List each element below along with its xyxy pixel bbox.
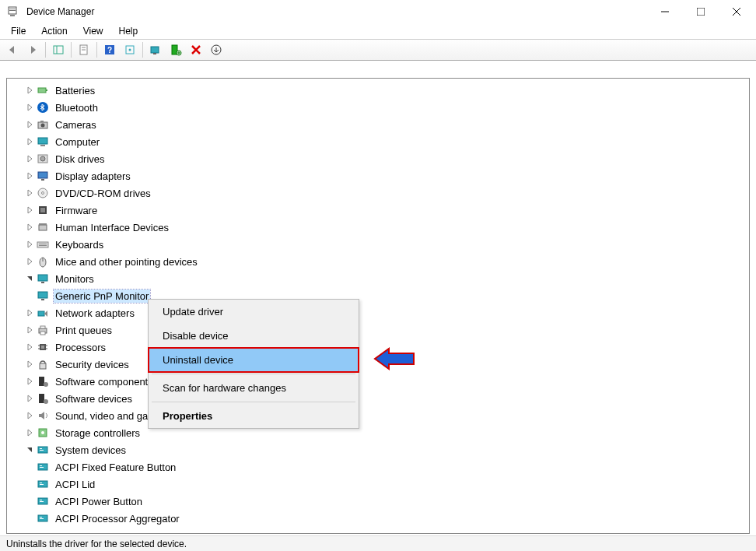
content-area: BatteriesBluetoothCamerasComputerDisk dr… bbox=[6, 78, 750, 534]
svg-rect-57 bbox=[41, 346, 44, 349]
tree-node[interactable]: Keyboards bbox=[9, 236, 747, 253]
tree-node[interactable]: System devices bbox=[9, 441, 747, 458]
expander-open-icon[interactable] bbox=[24, 444, 35, 455]
context-menu-item[interactable]: Uninstall device bbox=[149, 348, 359, 372]
svg-rect-25 bbox=[46, 89, 47, 91]
properties-button[interactable] bbox=[75, 40, 93, 59]
svg-point-64 bbox=[44, 382, 48, 387]
tree-node[interactable]: Software components bbox=[9, 373, 747, 390]
tree-node-label: Human Interface Devices bbox=[54, 221, 170, 234]
menu-action[interactable]: Action bbox=[35, 24, 73, 38]
minimize-button[interactable] bbox=[647, 0, 683, 23]
expander-closed-icon[interactable] bbox=[24, 376, 35, 387]
scan-hardware-button[interactable] bbox=[146, 40, 165, 59]
context-menu-item[interactable]: Disable device bbox=[149, 324, 359, 348]
tree-node[interactable]: ACPI Lid bbox=[9, 476, 747, 493]
show-hide-console-button[interactable] bbox=[49, 40, 68, 59]
tree-node[interactable]: DVD/CD-ROM drives bbox=[9, 184, 747, 202]
tree-node[interactable]: Human Interface Devices bbox=[9, 219, 747, 236]
svg-rect-76 bbox=[40, 483, 42, 483]
expander-closed-icon[interactable] bbox=[24, 239, 35, 250]
svg-rect-39 bbox=[40, 208, 45, 212]
disk-icon bbox=[37, 153, 49, 165]
close-button[interactable] bbox=[719, 0, 754, 23]
uninstall-button[interactable] bbox=[187, 40, 205, 59]
expander-closed-icon[interactable] bbox=[24, 410, 35, 421]
expander-closed-icon[interactable] bbox=[24, 342, 35, 353]
tree-node[interactable]: Computer bbox=[9, 133, 747, 150]
system-icon bbox=[37, 495, 49, 507]
svg-rect-8 bbox=[54, 46, 63, 54]
svg-rect-79 bbox=[40, 500, 42, 500]
svg-rect-45 bbox=[39, 245, 47, 246]
expander-closed-icon[interactable] bbox=[24, 153, 35, 164]
expander-closed-icon[interactable] bbox=[24, 307, 35, 318]
tree-node[interactable]: Disk drives bbox=[9, 150, 747, 167]
expander-closed-icon[interactable] bbox=[24, 102, 35, 113]
expander-closed-icon[interactable] bbox=[24, 188, 35, 198]
expander-closed-icon[interactable] bbox=[24, 85, 35, 96]
tree-node[interactable]: Display adapters bbox=[9, 167, 747, 184]
tree-node[interactable]: Software devices bbox=[9, 390, 747, 407]
expander-closed-icon[interactable] bbox=[24, 222, 35, 233]
expander-open-icon[interactable] bbox=[24, 273, 35, 284]
maximize-button[interactable] bbox=[683, 0, 719, 23]
bluetooth-icon bbox=[37, 101, 49, 114]
device-tree[interactable]: BatteriesBluetoothCamerasComputerDisk dr… bbox=[7, 79, 749, 533]
menu-file[interactable]: File bbox=[5, 24, 32, 38]
tree-node-label: Monitors bbox=[54, 272, 96, 286]
expander-closed-icon[interactable] bbox=[24, 170, 35, 181]
tree-node[interactable]: Firmware bbox=[9, 202, 747, 219]
expander-closed-icon[interactable] bbox=[24, 427, 35, 438]
expander-closed-icon[interactable] bbox=[24, 205, 35, 216]
svg-rect-54 bbox=[40, 326, 45, 328]
sound-icon bbox=[37, 409, 49, 422]
tree-node[interactable]: Cameras bbox=[9, 116, 747, 133]
tree-node[interactable]: Generic PnP Monitor bbox=[9, 287, 747, 304]
forward-button[interactable] bbox=[23, 40, 42, 59]
tree-node[interactable]: Sound, video and game controllers bbox=[9, 407, 747, 424]
expander-closed-icon[interactable] bbox=[24, 359, 35, 370]
tree-node[interactable]: Mice and other pointing devices bbox=[9, 253, 747, 270]
menu-help[interactable]: Help bbox=[113, 24, 145, 38]
tree-node-label: Cameras bbox=[54, 118, 98, 132]
tree-node[interactable]: ACPI Power Button bbox=[9, 493, 747, 510]
context-menu-item[interactable]: Update driver bbox=[149, 300, 359, 324]
svg-rect-18 bbox=[153, 53, 156, 54]
display-icon bbox=[37, 170, 49, 182]
svg-rect-48 bbox=[38, 275, 47, 281]
svg-point-68 bbox=[41, 431, 44, 434]
tree-node-label: ACPI Fixed Feature Button bbox=[54, 461, 177, 474]
tree-node[interactable]: Bluetooth bbox=[9, 99, 747, 116]
add-legacy-hardware-button[interactable] bbox=[166, 40, 185, 59]
expander-closed-icon[interactable] bbox=[24, 325, 35, 335]
svg-rect-80 bbox=[40, 501, 44, 502]
back-button[interactable] bbox=[3, 40, 22, 59]
tree-node-label: ACPI Processor Aggregator bbox=[54, 512, 181, 525]
tree-node[interactable]: ACPI Fixed Feature Button bbox=[9, 458, 747, 476]
svg-rect-82 bbox=[40, 517, 42, 518]
expander-closed-icon[interactable] bbox=[24, 256, 35, 267]
svg-rect-24 bbox=[38, 88, 46, 93]
tree-node[interactable]: Network adapters bbox=[9, 304, 747, 321]
expander-closed-icon[interactable] bbox=[24, 136, 35, 147]
help-button[interactable]: ? bbox=[100, 40, 119, 59]
action-button[interactable] bbox=[121, 40, 139, 59]
expander-closed-icon[interactable] bbox=[24, 119, 35, 130]
menu-view[interactable]: View bbox=[77, 24, 110, 38]
tree-node[interactable]: Storage controllers bbox=[9, 424, 747, 441]
system-icon bbox=[37, 478, 49, 490]
tree-node[interactable]: Print queues bbox=[9, 321, 747, 339]
update-driver-button[interactable] bbox=[207, 40, 226, 59]
tree-node[interactable]: Monitors bbox=[9, 270, 747, 287]
tree-node[interactable]: Batteries bbox=[9, 82, 747, 99]
tree-node-label: Processors bbox=[54, 341, 107, 354]
svg-rect-41 bbox=[39, 223, 47, 225]
tree-node[interactable]: ACPI Processor Aggregator bbox=[9, 510, 747, 527]
tree-node-label: Batteries bbox=[54, 84, 96, 97]
svg-rect-17 bbox=[151, 47, 159, 53]
context-menu-item[interactable]: Properties bbox=[149, 404, 359, 428]
tree-node-label: Bluetooth bbox=[54, 101, 100, 114]
expander-closed-icon[interactable] bbox=[24, 393, 35, 404]
context-menu-item[interactable]: Scan for hardware changes bbox=[149, 376, 359, 400]
